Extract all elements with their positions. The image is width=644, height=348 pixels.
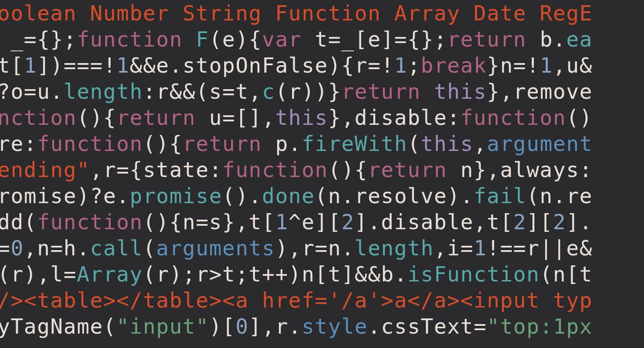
code-token: u bbox=[196, 105, 222, 130]
code-token: ( bbox=[407, 131, 420, 156]
code-token: "input" bbox=[117, 314, 209, 338]
code-token: (n.re bbox=[527, 184, 593, 208]
code-token: arguments bbox=[156, 236, 275, 260]
code-token: fail bbox=[473, 184, 527, 208]
code-token: break bbox=[421, 53, 487, 77]
code-token: n},always: bbox=[447, 157, 593, 182]
code-token: function bbox=[460, 105, 566, 130]
code-token: (n[t bbox=[540, 262, 593, 286]
code-token: {}; bbox=[407, 27, 447, 51]
code-token bbox=[421, 79, 434, 104]
code-token: function bbox=[222, 157, 328, 182]
code-token: dd( bbox=[0, 210, 37, 234]
code-token: c bbox=[262, 79, 275, 104]
code-token: s},t[ bbox=[209, 210, 275, 234]
code-token: romise)?e. bbox=[0, 184, 130, 208]
code-token: t, bbox=[235, 79, 262, 104]
code-token: e& bbox=[566, 236, 593, 260]
code-token: (){ bbox=[328, 157, 368, 182]
code-token: t bbox=[302, 27, 328, 51]
code-token: 2 bbox=[513, 210, 527, 234]
code-token: (){ bbox=[77, 105, 116, 130]
code-token: (r);r bbox=[143, 262, 209, 286]
code-token: = bbox=[328, 27, 341, 51]
code-token: ?o bbox=[0, 79, 24, 104]
code-token: :r bbox=[143, 79, 169, 104]
code-token: = bbox=[222, 105, 235, 130]
code-token: ]) bbox=[37, 53, 64, 77]
code-token: return bbox=[183, 131, 262, 156]
code-token: u. bbox=[37, 79, 64, 104]
code-token: /><table></table><a href='/a'>a</a><inpu… bbox=[0, 288, 593, 312]
code-token: 1 bbox=[394, 53, 407, 77]
code-token: 0 bbox=[235, 314, 248, 338]
code-token: var bbox=[262, 27, 302, 51]
code-token: ; bbox=[407, 53, 420, 77]
code-token: 1 bbox=[473, 236, 486, 260]
code-token: = bbox=[0, 236, 10, 260]
code-token: = bbox=[24, 79, 37, 104]
code-token: ^ bbox=[288, 210, 302, 234]
code-token: !== bbox=[487, 236, 527, 260]
code-token: _[e] bbox=[341, 27, 394, 51]
code-token: > bbox=[209, 262, 222, 286]
code-token: re: bbox=[0, 131, 37, 156]
code-token: call bbox=[90, 236, 143, 260]
code-line: /><table></table><a href='/a'>a</a><inpu… bbox=[0, 287, 641, 313]
code-token: 1 bbox=[117, 53, 130, 77]
code-token: fireWith bbox=[302, 131, 407, 156]
code-token: = bbox=[394, 27, 407, 51]
code-token: (n.resolve). bbox=[315, 184, 474, 208]
code-token: [], bbox=[235, 105, 275, 130]
code-token: ,i bbox=[434, 236, 460, 260]
code-token: = bbox=[117, 157, 130, 182]
code-token: = bbox=[50, 236, 64, 260]
code-token: b. bbox=[527, 27, 566, 51]
code-token: ){r bbox=[328, 53, 368, 77]
code-token: e. bbox=[156, 53, 183, 77]
code-token: b. bbox=[381, 262, 408, 286]
code-token: 2 bbox=[341, 210, 354, 234]
code-line: ending",r={state:function(){return n},al… bbox=[0, 157, 641, 183]
code-line: nction(){return u=[],this},disable:funct… bbox=[0, 104, 641, 130]
code-token: = bbox=[64, 262, 77, 286]
code-token: = bbox=[473, 314, 486, 338]
code-token: e][ bbox=[302, 210, 341, 234]
code-token: ===! bbox=[64, 53, 117, 77]
code-token: return bbox=[341, 79, 420, 104]
code-token: =! bbox=[368, 53, 394, 77]
code-token: return bbox=[117, 105, 196, 130]
code-token: oolean Number String Function Array Date… bbox=[0, 1, 593, 25]
code-line: re:function(){return p.fireWith(this,arg… bbox=[0, 130, 641, 157]
code-token: (){n bbox=[143, 210, 196, 234]
code-token: = bbox=[222, 79, 235, 104]
code-token: (r),l bbox=[0, 262, 64, 286]
code-token: style bbox=[302, 314, 368, 338]
code-token: nction bbox=[0, 105, 77, 130]
code-token: ++ bbox=[262, 262, 288, 286]
code-token: t[ bbox=[0, 53, 24, 77]
code-token: && bbox=[169, 79, 196, 104]
code-token: =! bbox=[513, 53, 540, 77]
code-token: stopOnFalse bbox=[183, 53, 328, 77]
code-token: n. bbox=[328, 236, 355, 260]
code-token: )n[t] bbox=[288, 262, 355, 286]
code-token: ,n bbox=[24, 236, 50, 260]
code-token: }n bbox=[487, 53, 513, 77]
code-token: F bbox=[196, 27, 209, 51]
code-token: isFunction bbox=[407, 262, 540, 286]
code-line: t[1])===!1&&e.stopOnFalse){r=!1;break}n=… bbox=[0, 52, 641, 78]
code-token: (). bbox=[222, 184, 262, 208]
code-token: .cssText bbox=[368, 314, 473, 338]
code-token: {state: bbox=[130, 157, 222, 182]
code-line: =0,n=h.call(arguments),r=n.length,i=1!==… bbox=[0, 235, 641, 261]
code-token: this bbox=[421, 131, 474, 156]
code-token: )[ bbox=[209, 314, 235, 338]
code-token: ,u& bbox=[553, 53, 593, 77]
code-token: },disable: bbox=[328, 105, 460, 130]
code-line: romise)?e.promise().done(n.resolve).fail… bbox=[0, 183, 641, 209]
code-token: && bbox=[130, 53, 156, 77]
code-token: (r))} bbox=[275, 79, 341, 104]
code-token: },remove bbox=[487, 79, 593, 104]
code-token: function bbox=[37, 131, 143, 156]
